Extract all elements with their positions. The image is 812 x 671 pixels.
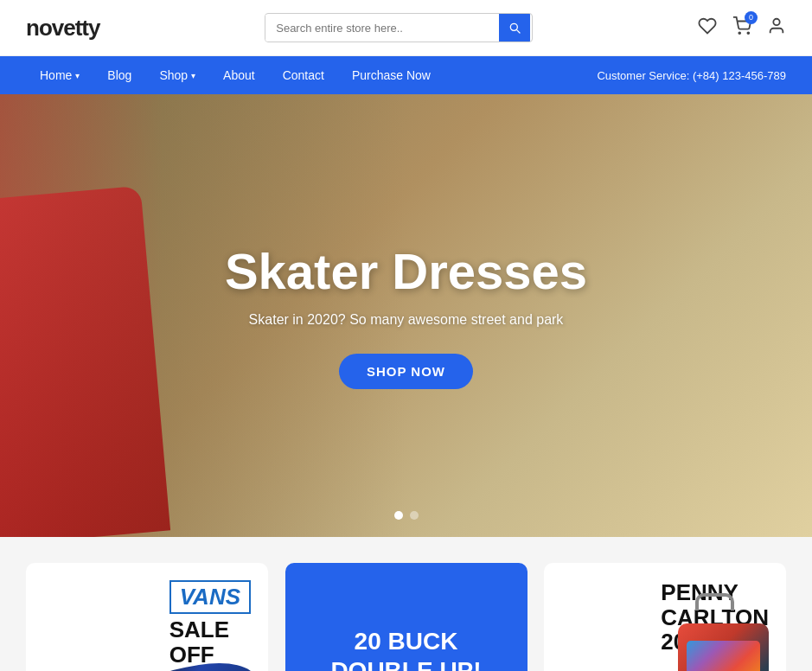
svg-point-1 [747,32,749,34]
card-skateboard[interactable]: 20 BUCK DOUBLE UP! BLIND [285,563,527,671]
header: novetty 0 [0,0,812,56]
slider-dot-1[interactable] [394,511,403,520]
nav-contact[interactable]: Contact [269,58,338,93]
product-cards-section: VANS SALE OFF 50% 20 BUCK DOUBLE UP! BLI… [0,537,812,671]
card-penny[interactable]: PENNY CARLTON 2020 90.0$ 50.0$ [544,563,786,671]
vans-shoe-image [121,649,259,671]
shop-now-button[interactable]: SHOP NOW [339,354,473,389]
nav-left: Home ▾ Blog Shop ▾ About Contact Purchas… [26,58,444,93]
hero-slider: Skater Dresses Skater in 2020? So many a… [0,94,812,537]
skateboard-content: 20 BUCK DOUBLE UP! [330,627,481,671]
navbar: Home ▾ Blog Shop ▾ About Contact Purchas… [0,56,812,94]
slider-dots [394,511,419,520]
bag-color-block [687,641,760,671]
account-icon [767,16,786,35]
bag-body [678,623,769,671]
vans-brand-logo: VANS [169,580,251,614]
hero-subtitle: Skater in 2020? So many awesome street a… [225,312,587,328]
nav-shop[interactable]: Shop ▾ [145,58,209,93]
card-vans[interactable]: VANS SALE OFF 50% [26,563,268,671]
nav-purchase-now[interactable]: Purchase Now [338,58,444,93]
penny-bag-image [669,606,773,671]
customer-service-phone: (+84) 123-456-789 [693,69,786,82]
header-icons: 0 [698,16,786,40]
svg-point-0 [738,32,740,34]
shop-chevron-icon: ▾ [191,71,195,80]
home-chevron-icon: ▾ [75,71,80,80]
svg-point-2 [773,18,779,24]
logo: novetty [26,15,99,42]
search-input[interactable] [265,15,499,42]
slider-dot-2[interactable] [410,511,419,520]
account-button[interactable] [767,16,786,40]
shoe-body [119,655,265,671]
wishlist-button[interactable] [698,16,717,40]
hero-bag-decoration [0,186,170,537]
hero-content: Skater Dresses Skater in 2020? So many a… [225,242,587,389]
search-bar [265,13,533,42]
cart-count: 0 [745,11,758,24]
customer-service-label: Customer Service: [597,69,689,82]
nav-home[interactable]: Home ▾ [26,58,93,93]
cart-button[interactable]: 0 [732,16,751,40]
bag-handle [695,593,734,610]
skateboard-title: 20 BUCK DOUBLE UP! [330,627,481,671]
nav-blog[interactable]: Blog [93,58,145,93]
search-button[interactable] [499,14,530,42]
search-icon [508,21,521,35]
hero-title: Skater Dresses [225,242,587,300]
nav-about[interactable]: About [209,58,269,93]
customer-service: Customer Service: (+84) 123-456-789 [597,69,786,82]
heart-icon [698,16,717,35]
